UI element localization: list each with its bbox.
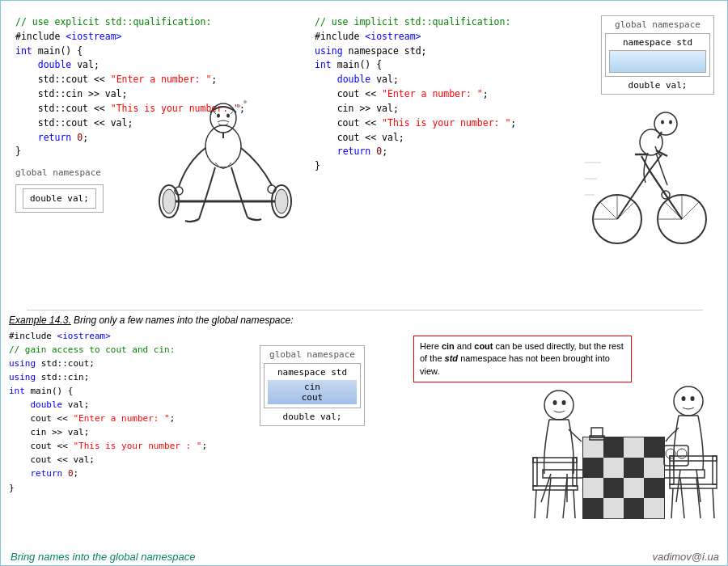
footer: Bring names into the global namespace va… — [1, 551, 728, 563]
svg-rect-49 — [624, 437, 644, 458]
svg-rect-57 — [624, 478, 644, 498]
bottom-mid-ns: global namespace namespace std cin cout … — [260, 329, 405, 426]
left-ns-val: double val; — [23, 188, 96, 209]
svg-point-78 — [682, 396, 686, 401]
right-comment1: // use implicit std::qualification: — [315, 15, 609, 30]
left-comment1: // use explicit std::qualification: — [15, 15, 302, 30]
b-line10: return 0; — [9, 467, 252, 480]
svg-point-1 — [210, 103, 236, 133]
right-line1: #include <iostream> — [315, 30, 609, 44]
right-line2: using namespace std; — [315, 44, 609, 59]
svg-point-68 — [544, 391, 574, 420]
main-container: // use explicit std::qualification: #inc… — [1, 1, 728, 566]
svg-rect-50 — [644, 437, 664, 458]
right-line3: int main() { — [315, 58, 609, 73]
bottom-cin-cout-box: cin cout — [268, 380, 357, 404]
top-right-ns-diagram: global namespace namespace std double va… — [601, 15, 714, 95]
svg-rect-56 — [603, 478, 624, 498]
right-line9: return 0; — [315, 145, 609, 159]
svg-rect-85 — [533, 458, 577, 463]
svg-rect-52 — [603, 458, 624, 478]
svg-line-82 — [574, 490, 575, 518]
svg-point-79 — [691, 396, 695, 401]
left-line2: int main() { — [15, 44, 302, 59]
b-line1: #include <iostream> — [9, 329, 252, 343]
svg-rect-48 — [603, 437, 624, 458]
top-right-ns-title: global namespace — [605, 19, 710, 30]
right-line4: double val; — [315, 73, 609, 87]
svg-rect-55 — [583, 478, 603, 498]
right-line8: cout << val; — [315, 131, 609, 146]
b-line9: cout << val; — [9, 453, 252, 467]
svg-point-34 — [654, 112, 677, 135]
bottom-ns-title: global namespace — [264, 349, 361, 360]
b-line3: using std::cin; — [9, 370, 252, 384]
footer-email: vadimov@i.ua — [652, 551, 719, 563]
chess-icon — [527, 340, 721, 534]
b-comment2: // gain access to cout and cin: — [9, 343, 252, 357]
left-line1: #include <iostream> — [15, 30, 302, 44]
bottom-ns-std-box: namespace std cin cout — [264, 363, 361, 408]
svg-rect-62 — [644, 498, 664, 518]
right-line10: } — [315, 159, 609, 174]
svg-point-72 — [553, 400, 557, 405]
svg-rect-54 — [644, 458, 664, 478]
bottom-ns-val: double val; — [264, 412, 361, 422]
svg-line-12 — [214, 112, 216, 114]
right-line5: cout << "Enter a number: "; — [315, 87, 609, 102]
svg-rect-80 — [533, 486, 578, 490]
left-line3: double val; — [15, 58, 302, 73]
b-line5: double val; — [9, 398, 252, 412]
bottom-section: Example 14.3. Bring only a few names int… — [1, 308, 728, 566]
b-line7: cin >> val; — [9, 425, 252, 439]
svg-point-73 — [562, 400, 566, 405]
bottom-ns-diagram: global namespace namespace std cin cout … — [260, 345, 365, 426]
cyclist-icon — [585, 90, 714, 251]
bottom-left-code: #include <iostream> // gain access to co… — [9, 329, 252, 495]
footer-title: Bring names into the global namespace — [11, 551, 195, 563]
svg-point-67 — [677, 449, 687, 458]
cout-label: cout — [269, 392, 355, 403]
weightlifter-icon — [154, 82, 292, 260]
svg-line-81 — [535, 490, 536, 518]
svg-rect-53 — [624, 458, 644, 478]
ns-std-label-top-right: namespace std — [609, 37, 706, 48]
example-title: Example 14.3. Bring only a few names int… — [9, 315, 721, 326]
right-line7: cout << "This is your number: "; — [315, 116, 609, 131]
svg-point-4 — [226, 114, 230, 118]
svg-line-88 — [713, 488, 714, 518]
b-line8: cout << "This is your number : "; — [9, 439, 252, 453]
top-section: // use explicit std::qualification: #inc… — [9, 9, 721, 308]
example-text: Bring only a few names into the global n… — [71, 315, 294, 326]
svg-rect-86 — [670, 484, 717, 488]
svg-point-7 — [163, 189, 176, 213]
example-number: Example 14.3. — [9, 315, 71, 326]
svg-point-74 — [674, 386, 703, 416]
svg-point-36 — [669, 120, 672, 125]
bottom-ns-std-label: namespace std — [268, 367, 357, 378]
b-line4: int main() { — [9, 384, 252, 398]
svg-rect-51 — [583, 458, 603, 478]
b-line11: } — [9, 481, 252, 495]
left-ns-box: double val; — [15, 184, 104, 213]
cin-label: cin — [269, 382, 355, 392]
svg-point-9 — [275, 189, 288, 213]
svg-rect-58 — [644, 478, 664, 498]
right-line6: cin >> val; — [315, 102, 609, 116]
svg-rect-59 — [583, 498, 603, 518]
ns-std-box-top-right: namespace std — [605, 33, 710, 77]
svg-point-0 — [205, 125, 241, 167]
svg-point-3 — [217, 114, 220, 118]
right-code-block: // use implicit std::qualification: #inc… — [308, 9, 616, 308]
ns-std-inner-top-right — [609, 50, 706, 73]
svg-line-23 — [682, 202, 699, 219]
svg-point-37 — [661, 120, 664, 125]
svg-rect-60 — [603, 498, 624, 518]
svg-line-13 — [231, 112, 233, 114]
b-line2: using std::cout; — [9, 357, 252, 370]
svg-rect-90 — [670, 456, 717, 461]
b-line6: cout << "Enter a number: "; — [9, 412, 252, 425]
svg-line-87 — [671, 488, 673, 518]
svg-line-28 — [650, 154, 662, 171]
svg-rect-61 — [624, 498, 644, 518]
